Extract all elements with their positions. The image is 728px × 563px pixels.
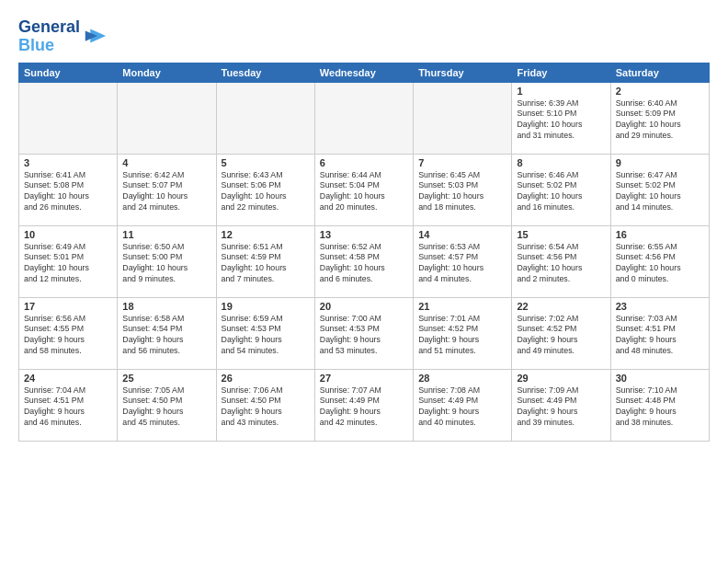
calendar-day-cell: 8Sunrise: 6:46 AM Sunset: 5:02 PM Daylig… — [512, 154, 610, 225]
day-info: Sunrise: 6:46 AM Sunset: 5:02 PM Dayligh… — [517, 170, 605, 214]
day-number: 24 — [24, 373, 112, 384]
calendar-day-cell: 29Sunrise: 7:09 AM Sunset: 4:49 PM Dayli… — [512, 369, 610, 441]
calendar-day-cell: 12Sunrise: 6:51 AM Sunset: 4:59 PM Dayli… — [216, 225, 314, 297]
calendar-day-cell: 7Sunrise: 6:45 AM Sunset: 5:03 PM Daylig… — [414, 154, 512, 225]
day-number: 30 — [616, 373, 704, 384]
day-info: Sunrise: 6:45 AM Sunset: 5:03 PM Dayligh… — [418, 170, 506, 214]
logo: GeneralBlue — [18, 18, 108, 55]
calendar-day-cell: 4Sunrise: 6:42 AM Sunset: 5:07 PM Daylig… — [118, 154, 216, 225]
day-number: 12 — [222, 229, 310, 240]
day-info: Sunrise: 7:09 AM Sunset: 4:49 PM Dayligh… — [517, 385, 605, 430]
calendar-day-cell: 30Sunrise: 7:10 AM Sunset: 4:48 PM Dayli… — [610, 369, 709, 441]
day-number: 15 — [517, 229, 605, 240]
day-number: 17 — [24, 301, 112, 312]
calendar-week-row: 17Sunrise: 6:56 AM Sunset: 4:55 PM Dayli… — [19, 297, 710, 369]
day-info: Sunrise: 6:56 AM Sunset: 4:55 PM Dayligh… — [24, 314, 112, 358]
day-info: Sunrise: 7:06 AM Sunset: 4:50 PM Dayligh… — [222, 385, 310, 430]
day-of-week-header: Wednesday — [314, 63, 413, 82]
day-of-week-header: Saturday — [610, 63, 709, 82]
calendar-day-cell: 28Sunrise: 7:08 AM Sunset: 4:49 PM Dayli… — [414, 369, 512, 441]
day-number: 11 — [122, 229, 210, 240]
day-number: 29 — [517, 373, 605, 384]
day-info: Sunrise: 7:10 AM Sunset: 4:48 PM Dayligh… — [616, 385, 704, 430]
day-number: 14 — [418, 229, 506, 240]
day-info: Sunrise: 6:44 AM Sunset: 5:04 PM Dayligh… — [320, 170, 408, 214]
day-number: 6 — [320, 157, 408, 168]
day-number: 7 — [418, 157, 506, 168]
logo-icon — [82, 24, 108, 50]
day-info: Sunrise: 7:05 AM Sunset: 4:50 PM Dayligh… — [122, 385, 210, 430]
day-number: 9 — [616, 157, 704, 168]
day-number: 21 — [418, 301, 506, 312]
day-number: 16 — [616, 229, 704, 240]
day-info: Sunrise: 7:03 AM Sunset: 4:51 PM Dayligh… — [616, 314, 704, 358]
calendar-day-cell: 18Sunrise: 6:58 AM Sunset: 4:54 PM Dayli… — [118, 297, 216, 369]
day-number: 4 — [122, 157, 210, 168]
calendar-day-cell: 26Sunrise: 7:06 AM Sunset: 4:50 PM Dayli… — [216, 369, 314, 441]
day-number: 2 — [616, 86, 704, 97]
calendar-week-row: 1Sunrise: 6:39 AM Sunset: 5:10 PM Daylig… — [19, 82, 710, 154]
day-number: 22 — [517, 301, 605, 312]
day-info: Sunrise: 6:58 AM Sunset: 4:54 PM Dayligh… — [122, 314, 210, 358]
day-number: 26 — [222, 373, 310, 384]
day-number: 10 — [24, 229, 112, 240]
calendar-day-cell — [216, 82, 314, 154]
day-number: 5 — [222, 157, 310, 168]
day-info: Sunrise: 6:42 AM Sunset: 5:07 PM Dayligh… — [122, 170, 210, 214]
calendar-day-cell: 15Sunrise: 6:54 AM Sunset: 4:56 PM Dayli… — [512, 225, 610, 297]
calendar-day-cell: 13Sunrise: 6:52 AM Sunset: 4:58 PM Dayli… — [314, 225, 413, 297]
day-info: Sunrise: 6:43 AM Sunset: 5:06 PM Dayligh… — [222, 170, 310, 214]
calendar-day-cell: 16Sunrise: 6:55 AM Sunset: 4:56 PM Dayli… — [610, 225, 709, 297]
calendar-day-cell: 25Sunrise: 7:05 AM Sunset: 4:50 PM Dayli… — [118, 369, 216, 441]
day-number: 23 — [616, 301, 704, 312]
calendar-day-cell: 3Sunrise: 6:41 AM Sunset: 5:08 PM Daylig… — [19, 154, 118, 225]
day-info: Sunrise: 7:01 AM Sunset: 4:52 PM Dayligh… — [418, 314, 506, 358]
calendar-week-row: 10Sunrise: 6:49 AM Sunset: 5:01 PM Dayli… — [19, 225, 710, 297]
day-info: Sunrise: 6:41 AM Sunset: 5:08 PM Dayligh… — [24, 170, 112, 214]
calendar-day-cell: 9Sunrise: 6:47 AM Sunset: 5:02 PM Daylig… — [610, 154, 709, 225]
calendar-day-cell — [414, 82, 512, 154]
day-number: 18 — [122, 301, 210, 312]
day-of-week-header: Monday — [118, 63, 216, 82]
calendar-week-row: 3Sunrise: 6:41 AM Sunset: 5:08 PM Daylig… — [19, 154, 710, 225]
calendar-day-cell: 24Sunrise: 7:04 AM Sunset: 4:51 PM Dayli… — [19, 369, 118, 441]
header: GeneralBlue — [18, 15, 710, 55]
day-of-week-header: Thursday — [414, 63, 512, 82]
day-info: Sunrise: 6:47 AM Sunset: 5:02 PM Dayligh… — [616, 170, 704, 214]
calendar-day-cell: 22Sunrise: 7:02 AM Sunset: 4:52 PM Dayli… — [512, 297, 610, 369]
day-number: 25 — [122, 373, 210, 384]
calendar-day-cell — [118, 82, 216, 154]
day-info: Sunrise: 7:02 AM Sunset: 4:52 PM Dayligh… — [517, 314, 605, 358]
calendar-day-cell: 21Sunrise: 7:01 AM Sunset: 4:52 PM Dayli… — [414, 297, 512, 369]
day-info: Sunrise: 7:07 AM Sunset: 4:49 PM Dayligh… — [320, 385, 408, 430]
logo-blue: Blue — [18, 36, 54, 54]
day-info: Sunrise: 6:49 AM Sunset: 5:01 PM Dayligh… — [24, 242, 112, 286]
calendar-day-cell: 27Sunrise: 7:07 AM Sunset: 4:49 PM Dayli… — [314, 369, 413, 441]
day-number: 1 — [517, 86, 605, 97]
day-info: Sunrise: 6:40 AM Sunset: 5:09 PM Dayligh… — [616, 98, 704, 143]
calendar-day-cell: 20Sunrise: 7:00 AM Sunset: 4:53 PM Dayli… — [314, 297, 413, 369]
logo-text: GeneralBlue — [18, 18, 80, 55]
calendar-day-cell: 6Sunrise: 6:44 AM Sunset: 5:04 PM Daylig… — [314, 154, 413, 225]
calendar-day-cell: 11Sunrise: 6:50 AM Sunset: 5:00 PM Dayli… — [118, 225, 216, 297]
day-info: Sunrise: 6:59 AM Sunset: 4:53 PM Dayligh… — [222, 314, 310, 358]
calendar-day-cell: 1Sunrise: 6:39 AM Sunset: 5:10 PM Daylig… — [512, 82, 610, 154]
calendar-week-row: 24Sunrise: 7:04 AM Sunset: 4:51 PM Dayli… — [19, 369, 710, 441]
day-number: 27 — [320, 373, 408, 384]
calendar-day-cell: 19Sunrise: 6:59 AM Sunset: 4:53 PM Dayli… — [216, 297, 314, 369]
day-number: 28 — [418, 373, 506, 384]
day-info: Sunrise: 7:00 AM Sunset: 4:53 PM Dayligh… — [320, 314, 408, 358]
calendar-day-cell: 2Sunrise: 6:40 AM Sunset: 5:09 PM Daylig… — [610, 82, 709, 154]
day-info: Sunrise: 6:39 AM Sunset: 5:10 PM Dayligh… — [517, 98, 605, 143]
calendar-day-cell: 17Sunrise: 6:56 AM Sunset: 4:55 PM Dayli… — [19, 297, 118, 369]
calendar-table: SundayMondayTuesdayWednesdayThursdayFrid… — [18, 63, 710, 442]
day-info: Sunrise: 7:08 AM Sunset: 4:49 PM Dayligh… — [418, 385, 506, 430]
calendar-day-cell: 14Sunrise: 6:53 AM Sunset: 4:57 PM Dayli… — [414, 225, 512, 297]
day-of-week-header: Tuesday — [216, 63, 314, 82]
day-number: 20 — [320, 301, 408, 312]
day-info: Sunrise: 6:55 AM Sunset: 4:56 PM Dayligh… — [616, 242, 704, 286]
day-info: Sunrise: 6:52 AM Sunset: 4:58 PM Dayligh… — [320, 242, 408, 286]
day-info: Sunrise: 6:50 AM Sunset: 5:00 PM Dayligh… — [122, 242, 210, 286]
day-info: Sunrise: 6:51 AM Sunset: 4:59 PM Dayligh… — [222, 242, 310, 286]
calendar-header-row: SundayMondayTuesdayWednesdayThursdayFrid… — [19, 63, 710, 82]
